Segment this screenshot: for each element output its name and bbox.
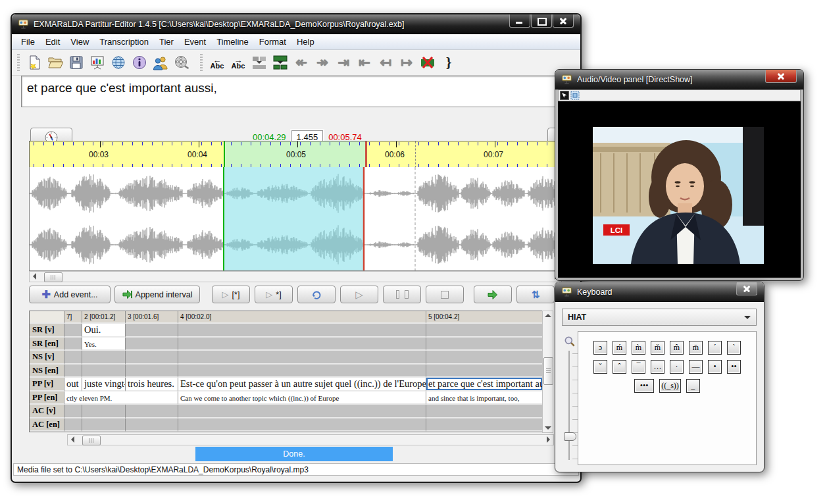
tier-label-acv[interactable]: AC [v] bbox=[30, 405, 64, 418]
event-text-editor[interactable]: et parce que c'est important aussi, bbox=[21, 76, 562, 107]
table-column-header[interactable]: 5 [00:04.2] bbox=[426, 311, 543, 324]
media-icon[interactable] bbox=[172, 53, 191, 72]
minimize-button[interactable] bbox=[509, 14, 530, 28]
event-cell[interactable]: and since that is important, too, bbox=[426, 391, 543, 405]
play-button[interactable]: ▷ bbox=[340, 286, 378, 303]
av-titlebar[interactable]: Audio/Video panel [DirectShow] bbox=[555, 70, 803, 89]
empty-cell[interactable] bbox=[426, 365, 543, 378]
key-button[interactable]: m̌ bbox=[651, 341, 664, 355]
empty-cell[interactable] bbox=[126, 405, 178, 418]
empty-cell[interactable] bbox=[178, 365, 426, 378]
keyboard-titlebar[interactable]: Keyboard bbox=[555, 282, 764, 302]
word-boundary-left-icon[interactable]: ←Abc bbox=[208, 53, 226, 72]
empty-cell[interactable] bbox=[426, 324, 543, 338]
empty-cell[interactable] bbox=[64, 338, 82, 351]
menu-item-help[interactable]: Help bbox=[291, 35, 320, 49]
swap-tiers-button[interactable]: ⇅ bbox=[516, 286, 555, 303]
key-button[interactable]: ˆ bbox=[613, 360, 626, 374]
key-button[interactable]: ` bbox=[727, 341, 741, 355]
key-button[interactable]: m̂ bbox=[670, 341, 684, 355]
event-cell[interactable]: juste vingt- bbox=[82, 378, 126, 391]
empty-cell[interactable] bbox=[178, 324, 426, 338]
empty-cell[interactable] bbox=[178, 405, 426, 418]
new-icon[interactable] bbox=[25, 53, 43, 72]
event-cell[interactable]: out bbox=[64, 378, 82, 391]
event-cell[interactable]: et parce que c'est important aussi, bbox=[426, 378, 543, 391]
shrink-event-left-icon[interactable]: ⇥ bbox=[334, 53, 353, 72]
toolbar-grip[interactable] bbox=[200, 54, 203, 71]
empty-cell[interactable] bbox=[126, 365, 178, 378]
key-size-slider-thumb[interactable] bbox=[564, 432, 576, 441]
shift-boundary-right-icon[interactable]: ↠ bbox=[313, 53, 332, 72]
table-column-header[interactable]: 2 [00:01.2] bbox=[82, 311, 126, 324]
table-column-header[interactable]: 7] bbox=[64, 311, 82, 324]
menu-item-transcription[interactable]: Transcription bbox=[94, 35, 154, 49]
video-area[interactable]: LCI bbox=[558, 101, 801, 278]
key-button[interactable]: ´ bbox=[708, 341, 722, 355]
tier-label-sren[interactable]: SR [en] bbox=[30, 338, 64, 351]
key-button[interactable]: ˇ bbox=[593, 360, 607, 374]
empty-cell[interactable] bbox=[426, 418, 543, 432]
event-cell[interactable]: Est-ce qu'on peut passer à un autre suje… bbox=[178, 378, 426, 391]
extend-event-left-icon[interactable]: ↤ bbox=[376, 53, 395, 72]
menu-item-event[interactable]: Event bbox=[179, 35, 211, 49]
pause-button[interactable] bbox=[383, 286, 421, 303]
add-event-button[interactable]: ✚ Add event... bbox=[29, 286, 111, 303]
keyboard-layout-select[interactable]: HIAT bbox=[562, 309, 757, 326]
empty-cell[interactable] bbox=[64, 365, 82, 378]
key-button[interactable]: • bbox=[708, 360, 722, 374]
tier-label-acen[interactable]: AC [en] bbox=[30, 418, 64, 432]
event-cell[interactable]: Oui. bbox=[82, 324, 126, 338]
key-button[interactable]: … bbox=[651, 360, 664, 374]
table-vertical-scrollbar[interactable] bbox=[542, 311, 553, 433]
waveform-selection[interactable] bbox=[224, 167, 364, 270]
scroll-left-icon[interactable] bbox=[71, 436, 74, 443]
empty-cell[interactable] bbox=[64, 351, 82, 365]
empty-cell[interactable] bbox=[178, 351, 426, 365]
info-icon[interactable] bbox=[130, 53, 149, 72]
empty-cell[interactable] bbox=[126, 338, 178, 351]
tier-label-nsv[interactable]: NS [v] bbox=[30, 351, 64, 365]
key-button[interactable]: _ bbox=[686, 379, 700, 393]
event-cell[interactable]: Can we come to another topic which ((inc… bbox=[178, 391, 426, 405]
key-button[interactable]: · bbox=[670, 360, 684, 374]
table-scroll-thumb[interactable] bbox=[82, 436, 101, 445]
append-interval-button[interactable]: Append interval bbox=[114, 286, 200, 303]
event-cell[interactable]: Yes. bbox=[82, 338, 126, 351]
scroll-left-icon[interactable] bbox=[33, 273, 36, 280]
event-cell[interactable]: trois heures. bbox=[126, 378, 178, 391]
tier-label-ppv[interactable]: PP [v] bbox=[30, 378, 64, 391]
waveform-display[interactable] bbox=[29, 167, 563, 271]
participants-icon[interactable] bbox=[151, 53, 170, 72]
extend-event-right-icon[interactable]: ↦ bbox=[397, 53, 416, 72]
brace-icon[interactable]: } bbox=[439, 53, 458, 72]
stop-button[interactable] bbox=[426, 286, 464, 303]
waveform-scrollbar[interactable] bbox=[29, 271, 562, 282]
video-frame-icon[interactable] bbox=[570, 91, 580, 100]
timeline-ruler[interactable]: 00:0300:0400:0500:0600:07 bbox=[29, 141, 563, 168]
empty-cell[interactable] bbox=[82, 365, 126, 378]
menu-item-format[interactable]: Format bbox=[254, 35, 291, 49]
waveform-scroll-thumb[interactable] bbox=[44, 272, 63, 282]
empty-cell[interactable] bbox=[64, 418, 82, 432]
key-button[interactable]: •• bbox=[727, 360, 741, 374]
tier-label-nsen[interactable]: NS [en] bbox=[30, 365, 64, 378]
table-vscroll-thumb[interactable] bbox=[543, 357, 553, 385]
key-button[interactable]: ((_s)) bbox=[659, 379, 681, 393]
play-from-button[interactable]: ▷ *] bbox=[255, 286, 293, 303]
scroll-down-icon[interactable] bbox=[545, 426, 551, 430]
empty-cell[interactable] bbox=[178, 418, 426, 432]
menu-item-edit[interactable]: Edit bbox=[40, 35, 65, 49]
menu-item-tier[interactable]: Tier bbox=[154, 35, 179, 49]
delete-interval-icon[interactable] bbox=[418, 53, 437, 72]
tier-label-srv[interactable]: SR [v] bbox=[30, 324, 64, 338]
empty-cell[interactable] bbox=[82, 351, 126, 365]
table-horizontal-scrollbar[interactable] bbox=[67, 434, 554, 445]
key-button[interactable]: ¯ bbox=[632, 360, 645, 374]
table-column-header[interactable]: 3 [00:01.6] bbox=[126, 311, 178, 324]
pointer-tool-icon[interactable] bbox=[560, 91, 569, 100]
word-boundary-right-icon[interactable]: →Abc bbox=[229, 53, 247, 72]
empty-cell[interactable] bbox=[426, 351, 543, 365]
empty-cell[interactable] bbox=[126, 351, 178, 365]
scroll-right-icon[interactable] bbox=[547, 436, 550, 443]
